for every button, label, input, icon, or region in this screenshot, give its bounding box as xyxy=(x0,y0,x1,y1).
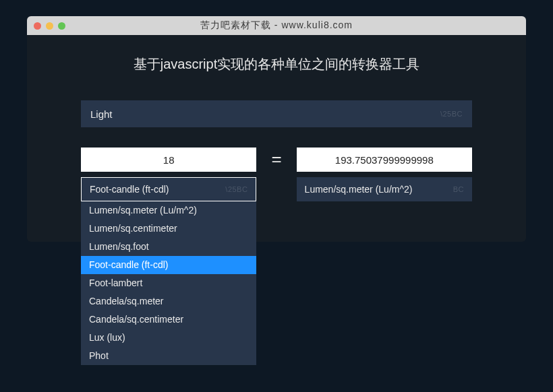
dropdown-option[interactable]: Foot-lambert xyxy=(81,274,256,292)
dropdown-option[interactable]: Lux (lux) xyxy=(81,329,256,347)
equals-sign: = xyxy=(271,149,281,170)
dropdown-option[interactable]: Phot xyxy=(81,347,256,365)
window-title: 苦力吧素材下载 - www.kuli8.com xyxy=(200,20,353,32)
right-unit-select[interactable]: Lumen/sq.meter (Lu/m^2) BC xyxy=(297,177,472,201)
traffic-lights xyxy=(34,22,65,30)
dropdown-option[interactable]: Lumen/sq.meter (Lu/m^2) xyxy=(81,201,256,220)
right-value-input[interactable] xyxy=(297,148,472,172)
content-area: 基于javascript实现的各种单位之间的转换器工具 Light \25BC … xyxy=(27,35,526,242)
chevron-down-icon: \25BC xyxy=(225,185,248,193)
minimize-icon[interactable] xyxy=(46,22,53,30)
chevron-down-icon: \25BC xyxy=(440,110,463,118)
titlebar: 苦力吧素材下载 - www.kuli8.com xyxy=(27,16,526,35)
converter-row: Foot-candle (ft-cdl) \25BC Lumen/sq.mete… xyxy=(81,148,472,201)
chevron-down-icon: BC xyxy=(453,185,464,193)
maximize-icon[interactable] xyxy=(58,22,65,30)
dropdown-option[interactable]: Foot-candle (ft-cdl) xyxy=(81,256,256,274)
category-label: Light xyxy=(90,108,113,120)
page-title: 基于javascript实现的各种单位之间的转换器工具 xyxy=(81,55,472,73)
close-icon[interactable] xyxy=(34,22,41,30)
right-unit-label: Lumen/sq.meter (Lu/m^2) xyxy=(305,184,413,195)
unit-dropdown: Lumen/sq.meter (Lu/m^2)Lumen/sq.centimet… xyxy=(81,201,256,365)
dropdown-option[interactable]: Candela/sq.meter xyxy=(81,292,256,311)
left-unit-label: Foot-candle (ft-cdl) xyxy=(90,184,169,195)
dropdown-option[interactable]: Candela/sq.centimeter xyxy=(81,311,256,329)
dropdown-option[interactable]: Lumen/sq.centimeter xyxy=(81,220,256,238)
left-value-input[interactable] xyxy=(81,148,256,172)
right-column: Lumen/sq.meter (Lu/m^2) BC xyxy=(297,148,472,201)
left-column: Foot-candle (ft-cdl) \25BC Lumen/sq.mete… xyxy=(81,148,256,201)
category-select[interactable]: Light \25BC xyxy=(81,100,472,127)
app-window: 苦力吧素材下载 - www.kuli8.com 基于javascript实现的各… xyxy=(27,16,526,242)
left-unit-select[interactable]: Foot-candle (ft-cdl) \25BC xyxy=(81,177,256,201)
dropdown-option[interactable]: Lumen/sq.foot xyxy=(81,238,256,256)
